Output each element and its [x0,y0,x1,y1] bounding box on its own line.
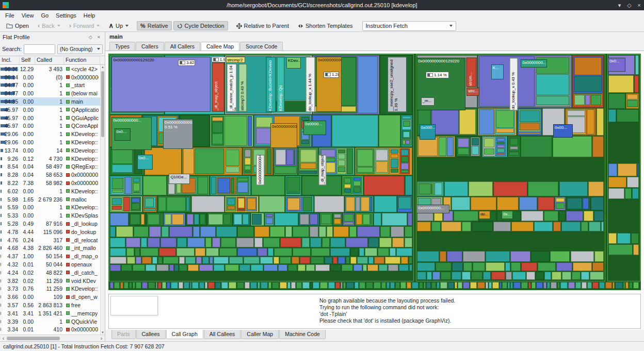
menu-settings[interactable]: Settings [52,12,80,19]
treemap-tile[interactable] [292,257,299,264]
treemap-tile[interactable] [248,116,251,146]
treemap-tile[interactable] [374,257,384,264]
treemap-tile[interactable] [497,145,505,148]
treemap-tile[interactable] [356,197,360,211]
treemap-tile[interactable] [439,137,446,156]
treemap-tile[interactable] [191,196,225,212]
treemap-tile[interactable] [371,214,372,225]
treemap-tile[interactable] [459,109,476,135]
treemap-tile[interactable] [510,138,519,145]
treemap-tile[interactable] [366,282,373,289]
treemap-tile[interactable] [426,282,431,289]
treemap-tile[interactable] [252,214,262,225]
treemap-tile[interactable] [125,177,132,194]
treemap-tile[interactable] [152,257,157,264]
treemap-tile[interactable] [484,138,494,147]
treemap-area[interactable] [608,256,639,280]
treemap-tile[interactable] [390,248,396,256]
treemap-tile[interactable] [133,178,140,182]
treemap-tile[interactable] [179,257,185,264]
treemap-tile[interactable] [391,149,398,154]
treemap-tile[interactable] [361,197,369,211]
treemap-tile[interactable] [493,222,511,231]
treemap-tile[interactable] [405,238,412,247]
treemap-tile[interactable] [417,251,439,262]
treemap-tile[interactable] [493,181,527,197]
treemap-tile[interactable] [174,264,179,271]
function-row[interactable]: 3.390.001QQuickVie [0,317,100,326]
treemap-tile[interactable] [440,282,447,289]
treemap-tile[interactable] [276,149,286,165]
treemap-tile[interactable] [171,282,178,289]
btab-call-graph[interactable]: Call Graph [166,330,203,339]
treemap-tile[interactable] [431,183,432,195]
treemap-tile[interactable] [405,176,412,195]
treemap-tile[interactable] [417,272,426,280]
treemap-block[interactable]: do... [479,211,490,219]
treemap-tile[interactable] [472,138,479,145]
treemap-label-box[interactable]: 3.82 % [178,60,195,66]
treemap-tile[interactable] [344,214,353,222]
treemap-tile[interactable] [363,264,367,271]
treemap-tile[interactable] [206,248,218,256]
tab-callee-map[interactable]: Callee Map [201,42,239,51]
treemap-tile[interactable] [536,74,569,95]
treemap-tile[interactable] [417,222,431,231]
function-row[interactable]: 4.320.0150 044openaux [0,260,100,269]
treemap-tile[interactable] [519,132,541,134]
dock-float-button[interactable]: ◇ [87,35,94,40]
treemap-tile[interactable] [126,248,135,256]
treemap-tile[interactable] [637,163,639,176]
function-row[interactable]: 98.3812.293 493<cycle 42> [0,65,100,73]
treemap-tile[interactable] [134,226,149,237]
treemap-tile[interactable] [219,248,237,256]
treemap-tile[interactable] [370,197,372,211]
treemap-tile[interactable] [350,257,357,264]
treemap-tile[interactable] [491,272,505,280]
treemap-tile[interactable] [237,182,248,193]
treemap-tile[interactable] [355,282,359,289]
function-row[interactable]: 45.970.001QCoreAppl [0,122,100,130]
function-row[interactable]: 8.227.3858 9820x0000000 [0,179,100,187]
treemap-tile[interactable] [254,226,269,237]
treemap-block[interactable]: _dl_name_match_p 1.04 % [227,64,237,112]
treemap-tile[interactable] [441,272,451,280]
treemap-block[interactable]: 0x0... [137,155,153,170]
treemap-tile[interactable] [521,136,552,157]
treemap-tile[interactable] [208,282,215,289]
treemap-tile[interactable] [196,257,202,264]
function-row[interactable]: 84.350.001main [0,97,100,106]
treemap-block[interactable]: KDevelop::Bucket<KDevelo [266,57,276,112]
treemap-tile[interactable] [486,282,488,289]
treemap-tile[interactable] [338,160,345,166]
treemap-tile[interactable] [567,198,582,209]
treemap-tile[interactable] [574,76,602,92]
dock-close-icon[interactable]: × [95,35,102,40]
treemap-tile[interactable] [344,184,351,188]
treemap-tile[interactable] [267,148,271,174]
treemap-tile[interactable] [391,154,398,158]
treemap-tile[interactable] [322,238,330,247]
treemap-tile[interactable] [208,214,223,225]
treemap-tile[interactable] [472,146,479,155]
treemap-tile[interactable] [190,282,192,289]
relative-toggle[interactable]: % Relative [137,21,172,30]
open-button[interactable]: Open [3,21,33,30]
treemap-tile[interactable] [427,272,432,280]
function-row[interactable]: 84.770.001(below mai [0,89,100,97]
treemap-tile[interactable] [364,176,405,195]
treemap-tile[interactable] [632,188,639,199]
treemap-tile[interactable] [511,222,534,231]
treemap-tile[interactable] [280,257,291,264]
function-row[interactable]: 3.660.00109dl_open_w [0,293,100,301]
treemap-block[interactable]: 0x00... [553,124,573,138]
treemap-tile[interactable] [183,148,194,174]
function-row[interactable]: 84.770.001_start [0,81,100,90]
treemap-tile[interactable] [560,282,568,289]
treemap-tile[interactable] [200,226,216,237]
treemap-tile[interactable] [398,197,411,209]
treemap-tile[interactable] [418,137,438,156]
treemap-tile[interactable] [163,257,179,264]
treemap-tile[interactable] [227,198,235,205]
treemap-tile[interactable] [212,238,220,247]
